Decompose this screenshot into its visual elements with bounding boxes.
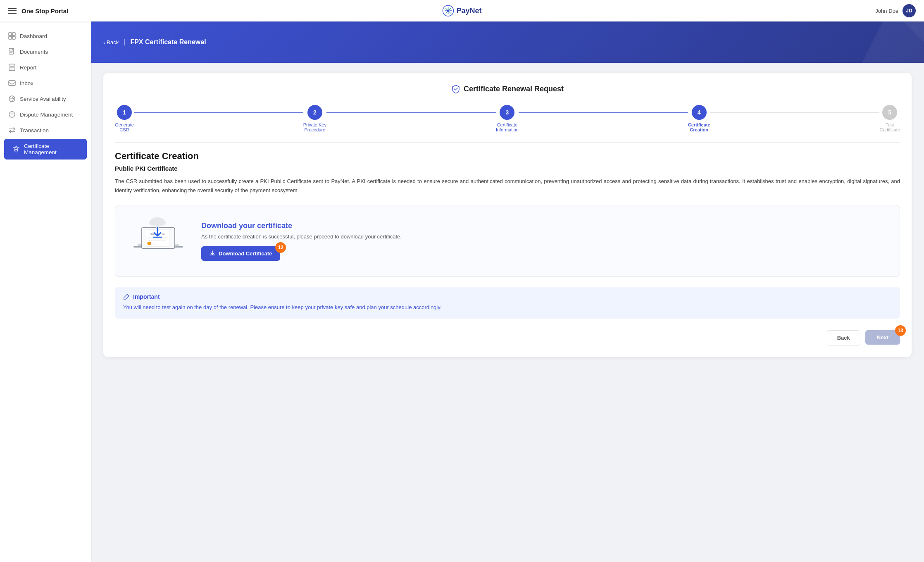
- edit-icon: [123, 293, 130, 300]
- main-card: Certificate Renewal Request 1 GenerateCS…: [103, 73, 912, 357]
- step-circle-1: 1: [117, 105, 132, 120]
- download-icon: [210, 250, 215, 256]
- step-connector-2-3: [326, 112, 496, 113]
- sidebar-label-dashboard: Dashboard: [20, 33, 47, 39]
- content-area: Certificate Renewal Request 1 GenerateCS…: [91, 63, 924, 367]
- download-title: Download your certificate: [201, 221, 890, 230]
- step-connector-3-4: [519, 112, 688, 113]
- steps-main-title: Certificate Renewal Request: [464, 85, 564, 93]
- steps-header: Certificate Renewal Request 1 GenerateCS…: [115, 84, 900, 132]
- back-link[interactable]: ‹ Back: [103, 39, 119, 45]
- download-btn-label: Download Certificate: [219, 250, 272, 257]
- important-box: Important You will need to test again on…: [115, 287, 900, 319]
- hamburger-menu[interactable]: [8, 8, 17, 14]
- step-circle-3: 3: [500, 105, 514, 120]
- sidebar-item-service-availability[interactable]: Service Availability: [0, 91, 91, 107]
- important-title-text: Important: [133, 293, 160, 300]
- sidebar-label-documents: Documents: [20, 49, 48, 55]
- step-4: 4 CertificateCreation: [688, 105, 710, 132]
- documents-icon: [8, 48, 16, 55]
- logo-text: PayNet: [456, 7, 481, 15]
- page-header: ‹ Back | FPX Certificate Renewal: [91, 21, 924, 63]
- download-subtitle: As the certificate creation is successfu…: [201, 233, 890, 240]
- sidebar-item-transaction[interactable]: Transaction: [0, 122, 91, 138]
- svg-rect-15: [9, 64, 15, 71]
- dashboard-icon: [8, 32, 16, 40]
- footer-actions: Back Next 13: [115, 330, 900, 345]
- svg-rect-12: [9, 36, 12, 39]
- logo: PayNet: [442, 5, 481, 17]
- back-button[interactable]: Back: [827, 330, 860, 345]
- svg-rect-11: [12, 33, 15, 36]
- download-info: Download your certificate As the certifi…: [201, 221, 890, 261]
- svg-point-9: [447, 10, 449, 12]
- step-connector-4-5: [710, 112, 880, 113]
- sidebar-item-dashboard[interactable]: Dashboard: [0, 28, 91, 44]
- sidebar-label-service-availability: Service Availability: [20, 96, 66, 102]
- sidebar: Dashboard Documents Report Inbox: [0, 21, 91, 562]
- report-icon: [8, 64, 16, 71]
- user-name: John Doe: [875, 8, 898, 14]
- inbox-icon: [8, 79, 16, 87]
- cert-svg: CERTIFICATION: [125, 215, 191, 265]
- header-separator: |: [124, 38, 125, 46]
- step-3: 3 CertificateInformation: [496, 105, 519, 132]
- important-text: You will need to test again on the day o…: [123, 303, 892, 312]
- service-icon: [8, 95, 16, 102]
- step-label-3: CertificateInformation: [496, 122, 519, 132]
- sidebar-label-inbox: Inbox: [20, 80, 33, 86]
- sidebar-label-report: Report: [20, 64, 37, 71]
- dispute-icon: [8, 111, 16, 118]
- download-box: CERTIFICATION: [115, 205, 900, 277]
- step-5: 5 TestCertificate: [879, 105, 900, 132]
- step-1: 1 GenerateCSR: [115, 105, 134, 132]
- back-label: Back: [107, 39, 119, 45]
- sub-title: Public PKI Certificate: [115, 165, 900, 172]
- step-circle-5: 5: [882, 105, 897, 120]
- next-badge: 13: [895, 325, 906, 336]
- back-arrow-icon: ‹: [103, 39, 105, 45]
- certificate-icon: [12, 145, 20, 153]
- next-button-wrap: Next 13: [865, 330, 900, 345]
- section-divider: [115, 142, 900, 143]
- top-navigation: One Stop Portal PayNet John Doe JD: [0, 0, 924, 21]
- steps-title: Certificate Renewal Request: [451, 84, 564, 93]
- svg-point-20: [15, 150, 17, 152]
- sidebar-item-report[interactable]: Report: [0, 60, 91, 75]
- page-header-title: FPX Certificate Renewal: [130, 38, 206, 46]
- next-button[interactable]: Next: [865, 330, 900, 345]
- main-content: ‹ Back | FPX Certificate Renewal Certifi…: [91, 21, 924, 562]
- step-label-4: CertificateCreation: [688, 122, 710, 132]
- download-certificate-button[interactable]: Download Certificate: [201, 246, 280, 261]
- download-button-wrap: Download Certificate 12: [201, 246, 280, 261]
- step-circle-4: 4: [692, 105, 707, 120]
- step-label-2: Private KeyProcedure: [303, 122, 326, 132]
- step-circle-2: 2: [307, 105, 322, 120]
- svg-point-29: [148, 242, 151, 245]
- shield-icon: [451, 84, 460, 93]
- svg-rect-10: [9, 33, 12, 36]
- sidebar-item-inbox[interactable]: Inbox: [0, 75, 91, 91]
- svg-rect-13: [12, 36, 15, 39]
- step-2: 2 Private KeyProcedure: [303, 105, 326, 132]
- step-label-1: GenerateCSR: [115, 122, 134, 132]
- sidebar-item-documents[interactable]: Documents: [0, 44, 91, 60]
- steps-row: 1 GenerateCSR 2 Private KeyProcedure 3: [115, 105, 900, 132]
- logo-icon: [442, 5, 454, 17]
- description-text: The CSR submitted has been used to succe…: [115, 177, 900, 195]
- sidebar-item-certificate-management[interactable]: Certificate Management: [4, 139, 87, 160]
- certificate-illustration: CERTIFICATION: [125, 215, 191, 267]
- portal-title: One Stop Portal: [21, 7, 68, 14]
- section-title: Certificate Creation: [115, 151, 900, 162]
- important-title: Important: [123, 293, 892, 300]
- sidebar-label-transaction: Transaction: [20, 127, 49, 133]
- user-avatar: JD: [903, 4, 916, 17]
- sidebar-label-dispute-management: Dispute Management: [20, 112, 73, 118]
- download-badge: 12: [275, 242, 286, 253]
- transaction-icon: [8, 126, 16, 134]
- sidebar-item-dispute-management[interactable]: Dispute Management: [0, 107, 91, 122]
- sidebar-label-certificate-management: Certificate Management: [24, 143, 79, 155]
- step-connector-1-2: [134, 112, 303, 113]
- svg-point-19: [12, 116, 12, 117]
- step-label-5: TestCertificate: [879, 122, 900, 132]
